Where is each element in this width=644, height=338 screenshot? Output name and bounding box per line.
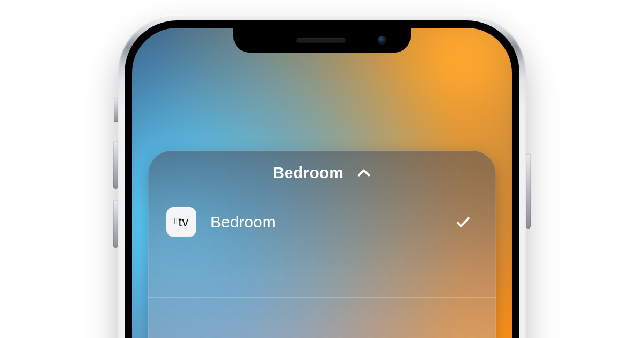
panel-title: Bedroom (273, 164, 343, 182)
chevron-up-icon (356, 165, 371, 180)
volume-down-button[interactable] (113, 200, 118, 248)
earpiece-speaker (296, 38, 346, 43)
panel-header[interactable]: Bedroom (148, 150, 496, 195)
checkmark-icon (455, 214, 471, 230)
phone-frame: Bedroom tv Bedroom (118, 14, 526, 338)
device-name: Bedroom (210, 213, 441, 231)
side-button[interactable] (526, 153, 531, 229)
notch (233, 28, 411, 53)
list-item (148, 298, 496, 338)
ringer-switch[interactable] (114, 98, 118, 122)
apple-logo-icon:  (174, 216, 178, 227)
front-camera (378, 36, 386, 45)
list-item (148, 249, 496, 298)
airplay-panel: Bedroom tv Bedroom (148, 150, 496, 338)
volume-up-button[interactable] (113, 141, 118, 189)
device-row[interactable]: tv Bedroom (148, 195, 496, 249)
apple-tv-icon: tv (166, 207, 196, 237)
screen: Bedroom tv Bedroom (132, 28, 512, 338)
apple-tv-badge-text: tv (179, 215, 189, 230)
